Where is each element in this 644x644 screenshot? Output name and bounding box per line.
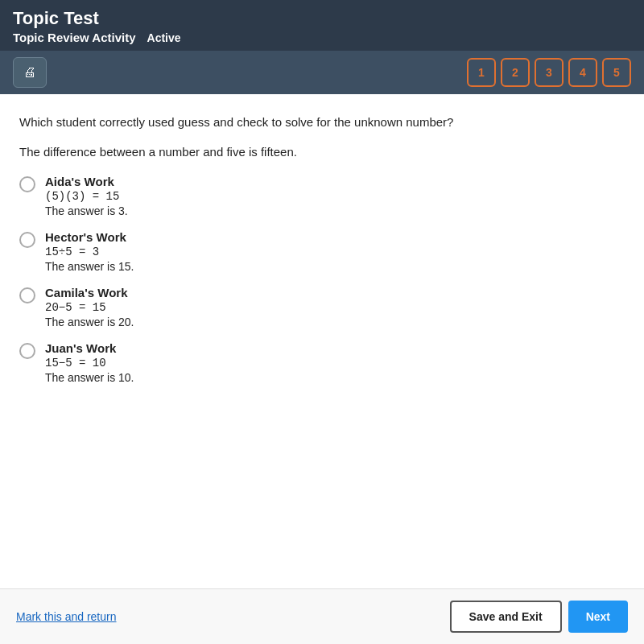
question-nav: 1 2 3 4 5 [467, 58, 631, 87]
radio-hector[interactable] [19, 232, 35, 248]
footer: Mark this and return Save and Exit Next [0, 588, 644, 644]
main-content: Which student correctly used guess and c… [0, 94, 644, 588]
question-subtext: The difference between a number and five… [19, 145, 625, 159]
save-exit-button[interactable]: Save and Exit [450, 601, 562, 633]
status-badge: Active [147, 31, 181, 44]
radio-juan[interactable] [19, 343, 35, 359]
option-camila-name: Camila's Work [45, 286, 134, 299]
print-icon: 🖨 [23, 65, 36, 80]
option-juan-content: Juan's Work 15−5 = 10 The answer is 10. [45, 341, 134, 384]
toolbar: 🖨 1 2 3 4 5 [0, 51, 644, 94]
print-button[interactable]: 🖨 [13, 57, 47, 88]
option-juan[interactable]: Juan's Work 15−5 = 10 The answer is 10. [19, 341, 625, 384]
nav-button-2[interactable]: 2 [501, 58, 530, 87]
question-text: Which student correctly used guess and c… [19, 114, 625, 132]
option-camila[interactable]: Camila's Work 20−5 = 15 The answer is 20… [19, 286, 625, 328]
option-hector-content: Hector's Work 15÷5 = 3 The answer is 15. [45, 230, 134, 273]
nav-button-1[interactable]: 1 [467, 58, 496, 87]
option-hector-name: Hector's Work [45, 230, 134, 244]
option-aida-name: Aida's Work [45, 175, 128, 188]
option-aida-equation: (5)(3) = 15 [45, 190, 128, 203]
nav-button-4[interactable]: 4 [568, 58, 597, 87]
next-button[interactable]: Next [568, 601, 628, 633]
header: Topic Test Topic Review Activity Active [0, 0, 644, 51]
option-hector-answer: The answer is 15. [45, 260, 134, 273]
option-juan-equation: 15−5 = 10 [45, 357, 134, 369]
radio-aida[interactable] [19, 176, 35, 192]
page-title: Topic Test [13, 8, 631, 29]
option-camila-answer: The answer is 20. [45, 316, 134, 328]
footer-buttons: Save and Exit Next [450, 601, 628, 633]
option-hector-equation: 15÷5 = 3 [45, 246, 134, 258]
nav-button-3[interactable]: 3 [535, 58, 564, 87]
option-camila-equation: 20−5 = 15 [45, 301, 134, 314]
option-aida-content: Aida's Work (5)(3) = 15 The answer is 3. [45, 175, 128, 217]
option-juan-name: Juan's Work [45, 341, 134, 355]
option-hector[interactable]: Hector's Work 15÷5 = 3 The answer is 15. [19, 230, 625, 273]
option-juan-answer: The answer is 10. [45, 371, 134, 384]
nav-button-5[interactable]: 5 [602, 58, 631, 87]
option-aida-answer: The answer is 3. [45, 204, 128, 217]
activity-label: Topic Review Activity [13, 31, 136, 44]
options-list: Aida's Work (5)(3) = 15 The answer is 3.… [19, 175, 625, 384]
mark-return-button[interactable]: Mark this and return [16, 610, 117, 623]
header-subtitle-row: Topic Review Activity Active [13, 31, 631, 44]
option-aida[interactable]: Aida's Work (5)(3) = 15 The answer is 3. [19, 175, 625, 217]
radio-camila[interactable] [19, 287, 35, 303]
option-camila-content: Camila's Work 20−5 = 15 The answer is 20… [45, 286, 134, 328]
